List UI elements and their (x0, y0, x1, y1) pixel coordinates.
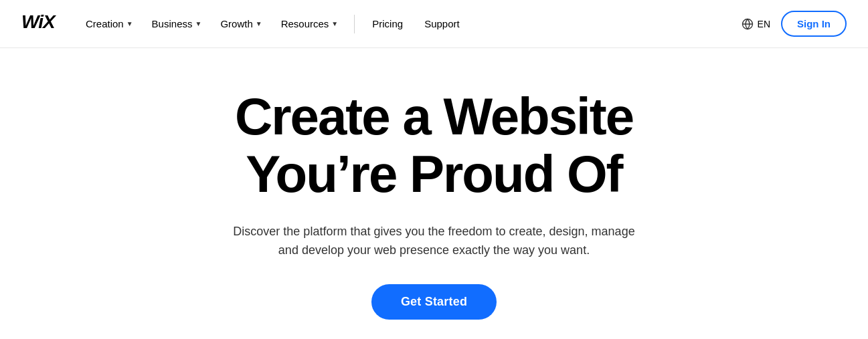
logo-text: WiX (21, 12, 56, 35)
wix-logo[interactable]: WiX (21, 12, 56, 35)
nav-item-creation[interactable]: Creation ▼ (78, 13, 141, 35)
chevron-down-icon: ▼ (195, 20, 201, 27)
nav-divider (354, 15, 355, 33)
nav-label-creation: Creation (86, 18, 124, 29)
nav-item-resources[interactable]: Resources ▼ (273, 13, 347, 35)
chevron-down-icon: ▼ (256, 20, 262, 27)
nav-label-pricing: Pricing (372, 18, 403, 29)
nav-item-business[interactable]: Business ▼ (144, 13, 210, 35)
globe-icon (742, 18, 754, 30)
hero-title: Create a Website You’re Proud Of (235, 88, 633, 203)
hero-title-line1: Create a Website (235, 87, 633, 146)
nav-label-resources: Resources (281, 18, 329, 29)
nav-label-business: Business (152, 18, 193, 29)
navbar: WiX Creation ▼ Business ▼ Growth ▼ Resou… (0, 0, 868, 48)
hero-section: Create a Website You’re Proud Of Discove… (0, 48, 868, 339)
nav-left-links: Creation ▼ Business ▼ Growth ▼ Resources… (78, 13, 742, 35)
language-selector[interactable]: EN (742, 18, 770, 30)
nav-item-pricing[interactable]: Pricing (363, 13, 412, 35)
hero-subtitle: Discover the platform that gives you the… (227, 222, 642, 261)
nav-label-support: Support (424, 18, 460, 29)
language-code: EN (758, 19, 770, 29)
wix-svg-logo: WiX (21, 12, 56, 31)
get-started-button[interactable]: Get Started (371, 284, 497, 320)
nav-item-growth[interactable]: Growth ▼ (212, 13, 270, 35)
chevron-down-icon: ▼ (126, 20, 133, 27)
nav-label-growth: Growth (220, 18, 252, 29)
nav-item-support[interactable]: Support (415, 13, 469, 35)
chevron-down-icon: ▼ (331, 20, 338, 27)
signin-button[interactable]: Sign In (781, 11, 847, 37)
nav-right-actions: EN Sign In (742, 11, 847, 37)
hero-title-line2: You’re Proud Of (246, 144, 622, 203)
svg-text:WiX: WiX (21, 12, 56, 31)
